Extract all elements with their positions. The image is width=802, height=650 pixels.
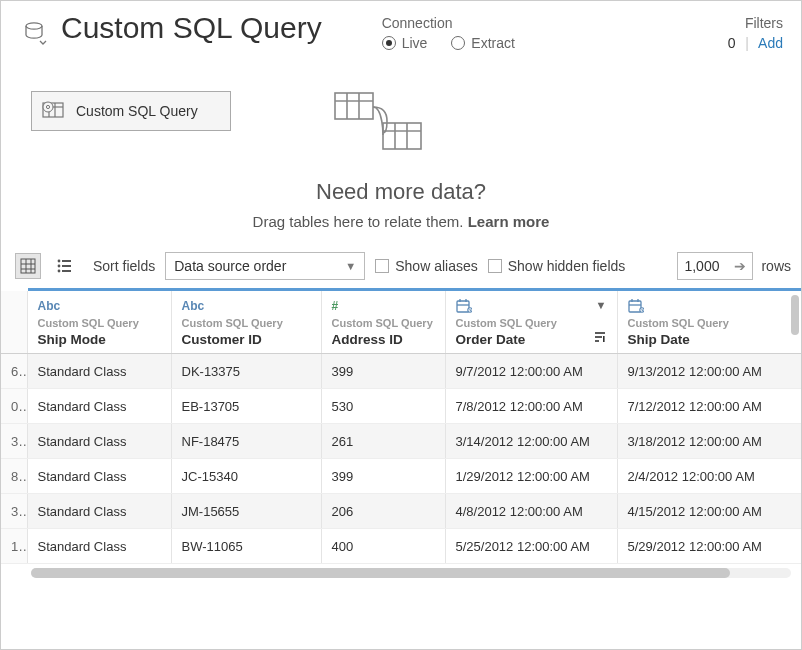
table-cell[interactable]: Standard Class: [27, 354, 171, 389]
table-cell[interactable]: 4/8/2012 12:00:00 AM: [445, 494, 617, 529]
column-header[interactable]: Custom SQL QueryShip Date: [617, 290, 801, 354]
table-cell[interactable]: JC-15340: [171, 459, 321, 494]
learn-more-link[interactable]: Learn more: [468, 213, 550, 230]
table-cell[interactable]: 3/14/2012 12:00:00 AM: [445, 424, 617, 459]
table-row[interactable]: 1Standard ClassBW-110654005/25/2012 12:0…: [1, 529, 801, 564]
table-cell[interactable]: 7/8/2012 12:00:00 AM: [445, 389, 617, 424]
svg-rect-37: [629, 301, 641, 312]
table-cell[interactable]: 3: [1, 494, 27, 529]
table-cell[interactable]: 399: [321, 459, 445, 494]
column-field: Order Date: [456, 332, 607, 347]
svg-rect-11: [383, 123, 421, 149]
table-cell[interactable]: 7/12/2012 12:00:00 AM: [617, 389, 801, 424]
show-aliases-checkbox[interactable]: Show aliases: [375, 258, 478, 274]
table-cell[interactable]: 1: [1, 529, 27, 564]
table-cell[interactable]: 206: [321, 494, 445, 529]
column-header[interactable]: Custom SQL QueryOrder Date▼: [445, 290, 617, 354]
filters-add-link[interactable]: Add: [758, 35, 783, 51]
connection-live-radio[interactable]: Live: [382, 35, 428, 51]
table-cell[interactable]: 5/25/2012 12:00:00 AM: [445, 529, 617, 564]
chevron-down-icon: ▼: [345, 260, 356, 272]
table-cell[interactable]: 5/29/2012 12:00:00 AM: [617, 529, 801, 564]
table-row[interactable]: 6Standard ClassDK-133753999/7/2012 12:00…: [1, 354, 801, 389]
sort-fields-combo[interactable]: Data source order ▼: [165, 252, 365, 280]
need-more-hint: Drag tables here to relate them.: [253, 213, 468, 230]
database-icon[interactable]: [25, 21, 51, 47]
svg-rect-25: [62, 270, 71, 272]
table-cell[interactable]: 399: [321, 354, 445, 389]
table-row[interactable]: 3Standard ClassNF-184752613/14/2012 12:0…: [1, 424, 801, 459]
svg-line-43: [642, 310, 643, 311]
show-aliases-label: Show aliases: [395, 258, 478, 274]
pill-label: Custom SQL Query: [76, 103, 198, 119]
table-cell[interactable]: 8: [1, 459, 27, 494]
column-source: Custom SQL Query: [332, 317, 435, 329]
separator: |: [745, 35, 749, 51]
chevron-down-icon[interactable]: ▼: [596, 299, 607, 311]
table-row[interactable]: 0Standard ClassEB-137055307/8/2012 12:00…: [1, 389, 801, 424]
column-header[interactable]: AbcCustom SQL QueryCustomer ID: [171, 290, 321, 354]
svg-rect-26: [457, 301, 469, 312]
sort-fields-value: Data source order: [174, 258, 286, 274]
table-cell[interactable]: 3: [1, 424, 27, 459]
view-list-button[interactable]: [51, 253, 77, 279]
column-source: Custom SQL Query: [182, 317, 311, 329]
page-title[interactable]: Custom SQL Query: [61, 11, 322, 45]
svg-rect-21: [62, 260, 71, 262]
view-grid-button[interactable]: [15, 253, 41, 279]
relationship-diagram-icon: [331, 87, 431, 157]
rows-label: rows: [761, 258, 791, 274]
connection-extract-radio[interactable]: Extract: [451, 35, 515, 51]
table-cell[interactable]: 9/7/2012 12:00:00 AM: [445, 354, 617, 389]
svg-point-22: [58, 265, 61, 268]
horizontal-scrollbar[interactable]: [31, 568, 791, 578]
table-cell[interactable]: 9/13/2012 12:00:00 AM: [617, 354, 801, 389]
sort-indicator-icon[interactable]: [593, 331, 607, 343]
show-hidden-checkbox[interactable]: Show hidden fields: [488, 258, 626, 274]
column-field: Address ID: [332, 332, 435, 347]
logical-table-pill[interactable]: Custom SQL Query: [31, 91, 231, 131]
table-cell[interactable]: Standard Class: [27, 424, 171, 459]
table-cell[interactable]: Standard Class: [27, 494, 171, 529]
table-cell[interactable]: EB-13705: [171, 389, 321, 424]
connection-extract-label: Extract: [471, 35, 515, 51]
table-cell[interactable]: 0: [1, 389, 27, 424]
table-row[interactable]: 3Standard ClassJM-156552064/8/2012 12:00…: [1, 494, 801, 529]
column-field: Ship Mode: [38, 332, 161, 347]
table-cell[interactable]: 3/18/2012 12:00:00 AM: [617, 424, 801, 459]
checkbox-icon: [488, 259, 502, 273]
table-cell[interactable]: 261: [321, 424, 445, 459]
column-source: Custom SQL Query: [456, 317, 607, 329]
table-cell[interactable]: 6: [1, 354, 27, 389]
table-cell[interactable]: Standard Class: [27, 529, 171, 564]
table-cell[interactable]: JM-15655: [171, 494, 321, 529]
table-cell[interactable]: BW-11065: [171, 529, 321, 564]
column-header[interactable]: AbcCustom SQL QueryShip Mode: [27, 290, 171, 354]
table-cell[interactable]: 530: [321, 389, 445, 424]
arrow-right-icon: ➔: [734, 258, 746, 274]
svg-point-24: [58, 270, 61, 273]
column-field: Customer ID: [182, 332, 311, 347]
table-cell[interactable]: 2/4/2012 12:00:00 AM: [617, 459, 801, 494]
table-cell[interactable]: 1/29/2012 12:00:00 AM: [445, 459, 617, 494]
table-cell[interactable]: Standard Class: [27, 459, 171, 494]
radio-dot-icon: [451, 36, 465, 50]
filters-count: 0: [728, 35, 736, 51]
checkbox-icon: [375, 259, 389, 273]
svg-rect-15: [21, 259, 35, 273]
svg-rect-23: [62, 265, 71, 267]
table-row[interactable]: 8Standard ClassJC-153403991/29/2012 12:0…: [1, 459, 801, 494]
table-cell[interactable]: DK-13375: [171, 354, 321, 389]
column-field: Ship Date: [628, 332, 791, 347]
table-cell[interactable]: 400: [321, 529, 445, 564]
need-more-title: Need more data?: [1, 179, 801, 205]
table-cell[interactable]: NF-18475: [171, 424, 321, 459]
table-cell[interactable]: Standard Class: [27, 389, 171, 424]
svg-rect-7: [335, 93, 373, 119]
table-cell[interactable]: 4/15/2012 12:00:00 AM: [617, 494, 801, 529]
rows-limit-input[interactable]: 1,000 ➔: [677, 252, 753, 280]
svg-rect-36: [603, 336, 605, 342]
vertical-scrollbar[interactable]: [791, 291, 799, 511]
column-header[interactable]: #Custom SQL QueryAddress ID: [321, 290, 445, 354]
data-grid[interactable]: AbcCustom SQL QueryShip ModeAbcCustom SQ…: [1, 288, 802, 564]
